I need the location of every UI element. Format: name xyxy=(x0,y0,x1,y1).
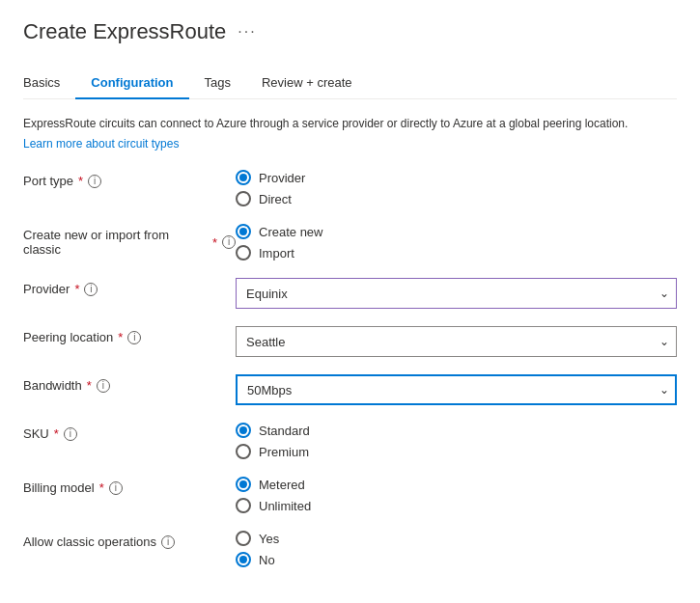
billing-metered-radio[interactable] xyxy=(236,477,251,492)
allow-classic-info-icon[interactable]: i xyxy=(161,535,175,549)
allow-classic-no-radio[interactable] xyxy=(236,552,251,567)
bandwidth-control: 50Mbps ⌄ xyxy=(236,374,677,405)
sku-premium-option[interactable]: Premium xyxy=(236,444,677,459)
tab-tags[interactable]: Tags xyxy=(189,68,246,99)
billing-model-options: Metered Unlimited xyxy=(236,477,677,513)
provider-select[interactable]: Equinix xyxy=(236,278,677,309)
import-radio[interactable] xyxy=(236,245,251,260)
peering-location-control: Seattle ⌄ xyxy=(236,326,677,357)
bandwidth-row: Bandwidth * i 50Mbps ⌄ xyxy=(23,374,677,405)
page-title: Create ExpressRoute xyxy=(23,19,226,44)
billing-metered-option[interactable]: Metered xyxy=(236,477,677,492)
peering-location-select-wrapper: Seattle ⌄ xyxy=(236,326,677,357)
peering-location-label: Peering location * i xyxy=(23,326,236,344)
provider-info-icon[interactable]: i xyxy=(84,283,98,296)
allow-classic-options: Yes No xyxy=(236,531,677,567)
peering-location-select[interactable]: Seattle xyxy=(236,326,677,357)
port-type-label: Port type * i xyxy=(23,170,236,188)
provider-select-wrapper: Equinix ⌄ xyxy=(236,278,677,309)
configuration-form: Port type * i Provider Direct Create new… xyxy=(23,170,677,567)
tab-review-create[interactable]: Review + create xyxy=(246,68,368,99)
learn-more-link[interactable]: Learn more about circuit types xyxy=(23,137,179,151)
required-indicator: * xyxy=(99,480,104,495)
port-type-direct-label: Direct xyxy=(259,192,292,206)
allow-classic-row: Allow classic operations i Yes No xyxy=(23,531,677,567)
port-type-provider-option[interactable]: Provider xyxy=(236,170,677,185)
billing-unlimited-label: Unlimited xyxy=(259,499,311,513)
sku-standard-label: Standard xyxy=(259,424,310,438)
allow-classic-no-label: No xyxy=(259,553,275,567)
allow-classic-yes-radio[interactable] xyxy=(236,531,251,546)
provider-control: Equinix ⌄ xyxy=(236,278,677,309)
allow-classic-yes-option[interactable]: Yes xyxy=(236,531,677,546)
port-type-provider-label: Provider xyxy=(259,171,305,185)
port-type-direct-radio[interactable] xyxy=(236,191,251,206)
billing-model-label: Billing model * i xyxy=(23,477,236,495)
allow-classic-label: Allow classic operations i xyxy=(23,531,236,549)
provider-label: Provider * i xyxy=(23,278,236,296)
allow-classic-no-option[interactable]: No xyxy=(236,552,677,567)
peering-location-info-icon[interactable]: i xyxy=(127,331,141,344)
tab-bar: Basics Configuration Tags Review + creat… xyxy=(23,68,677,99)
billing-model-row: Billing model * i Metered Unlimited xyxy=(23,477,677,513)
port-type-row: Port type * i Provider Direct xyxy=(23,170,677,206)
required-indicator: * xyxy=(78,174,83,188)
description-section: ExpressRoute circuits can connect to Azu… xyxy=(23,115,677,170)
sku-standard-option[interactable]: Standard xyxy=(236,423,677,438)
create-import-row: Create new or import from classic * i Cr… xyxy=(23,224,677,260)
create-import-label: Create new or import from classic * i xyxy=(23,224,236,257)
port-type-options: Provider Direct xyxy=(236,170,677,206)
create-new-label: Create new xyxy=(259,225,322,239)
tab-configuration[interactable]: Configuration xyxy=(75,68,188,99)
create-new-option[interactable]: Create new xyxy=(236,224,677,239)
allow-classic-yes-label: Yes xyxy=(259,532,279,546)
required-indicator: * xyxy=(87,378,92,393)
bandwidth-info-icon[interactable]: i xyxy=(97,379,110,393)
sku-premium-radio[interactable] xyxy=(236,444,251,459)
sku-standard-radio[interactable] xyxy=(236,423,251,438)
required-indicator: * xyxy=(54,426,59,441)
sku-info-icon[interactable]: i xyxy=(64,427,77,441)
sku-premium-label: Premium xyxy=(259,445,309,459)
tab-basics[interactable]: Basics xyxy=(23,68,75,99)
billing-metered-label: Metered xyxy=(259,478,305,492)
create-import-options: Create new Import xyxy=(236,224,677,260)
port-type-provider-radio[interactable] xyxy=(236,170,251,185)
import-label: Import xyxy=(259,246,294,260)
sku-label: SKU * i xyxy=(23,423,236,441)
description-text: ExpressRoute circuits can connect to Azu… xyxy=(23,115,677,132)
page-header: Create ExpressRoute ··· xyxy=(23,19,677,44)
more-options-button[interactable]: ··· xyxy=(238,23,256,41)
provider-row: Provider * i Equinix ⌄ xyxy=(23,278,677,309)
bandwidth-label: Bandwidth * i xyxy=(23,374,236,393)
create-import-info-icon[interactable]: i xyxy=(222,235,236,249)
required-indicator: * xyxy=(118,330,123,344)
bandwidth-select-wrapper: 50Mbps ⌄ xyxy=(236,374,677,405)
port-type-direct-option[interactable]: Direct xyxy=(236,191,677,206)
billing-unlimited-option[interactable]: Unlimited xyxy=(236,498,677,513)
billing-model-info-icon[interactable]: i xyxy=(109,481,123,495)
billing-unlimited-radio[interactable] xyxy=(236,498,251,513)
sku-row: SKU * i Standard Premium xyxy=(23,423,677,459)
bandwidth-select[interactable]: 50Mbps xyxy=(236,374,677,405)
port-type-info-icon[interactable]: i xyxy=(88,175,101,188)
required-indicator: * xyxy=(74,282,79,296)
import-option[interactable]: Import xyxy=(236,245,677,260)
required-indicator: * xyxy=(212,235,217,250)
create-new-radio[interactable] xyxy=(236,224,251,239)
peering-location-row: Peering location * i Seattle ⌄ xyxy=(23,326,677,357)
sku-options: Standard Premium xyxy=(236,423,677,459)
